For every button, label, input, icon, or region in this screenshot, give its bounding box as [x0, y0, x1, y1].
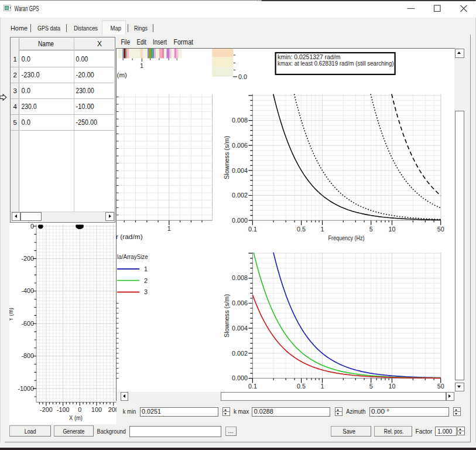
svg-text:Home: Home: [11, 24, 28, 32]
svg-text:4: 4: [13, 103, 17, 110]
svg-text:Load: Load: [25, 428, 36, 435]
svg-text:Distances: Distances: [74, 24, 98, 32]
svg-text:Generate: Generate: [63, 428, 85, 435]
svg-text:Name: Name: [38, 40, 54, 48]
svg-text:File: File: [121, 38, 131, 46]
svg-text:0.0: 0.0: [22, 118, 31, 127]
svg-text:Insert: Insert: [153, 38, 167, 46]
svg-text:Waran GPS: Waran GPS: [15, 4, 39, 13]
svg-text:0.0: 0.0: [22, 87, 31, 95]
svg-text:0.0: 0.0: [22, 55, 31, 63]
svg-text:0.00: 0.00: [76, 55, 88, 63]
svg-text:3: 3: [13, 87, 16, 94]
svg-text:Save: Save: [343, 428, 355, 435]
svg-text:X: X: [97, 40, 102, 48]
svg-text:-20.00: -20.00: [76, 71, 94, 79]
svg-text:GPS data: GPS data: [37, 24, 60, 32]
svg-text:5: 5: [13, 119, 16, 126]
svg-text:230.0: 230.0: [22, 103, 37, 111]
svg-text:k max: k max: [234, 408, 249, 415]
svg-text:0.00 °: 0.00 °: [371, 408, 389, 415]
svg-text:1.000: 1.000: [437, 428, 452, 435]
svg-text:Map: Map: [111, 24, 122, 32]
svg-text:Format: Format: [174, 38, 194, 46]
svg-text:Factor: Factor: [416, 428, 433, 435]
svg-text:k min: k min: [123, 408, 136, 415]
svg-text:0.0251: 0.0251: [142, 408, 161, 415]
svg-text:Edit: Edit: [137, 38, 147, 46]
svg-text:230.00: 230.00: [76, 87, 94, 95]
svg-text:0.0288: 0.0288: [254, 408, 273, 415]
svg-text:...: ...: [228, 427, 234, 434]
svg-text:Background: Background: [97, 428, 126, 435]
svg-text:-250.00: -250.00: [76, 118, 98, 127]
svg-text:Rings: Rings: [134, 24, 148, 32]
svg-text:Rel. pos.: Rel. pos.: [384, 428, 404, 435]
svg-text:2: 2: [13, 71, 16, 79]
svg-text:1: 1: [13, 56, 16, 63]
svg-text:-10.00: -10.00: [76, 103, 94, 111]
svg-text:Azimuth: Azimuth: [346, 408, 365, 415]
svg-text:-230.0: -230.0: [22, 71, 40, 79]
